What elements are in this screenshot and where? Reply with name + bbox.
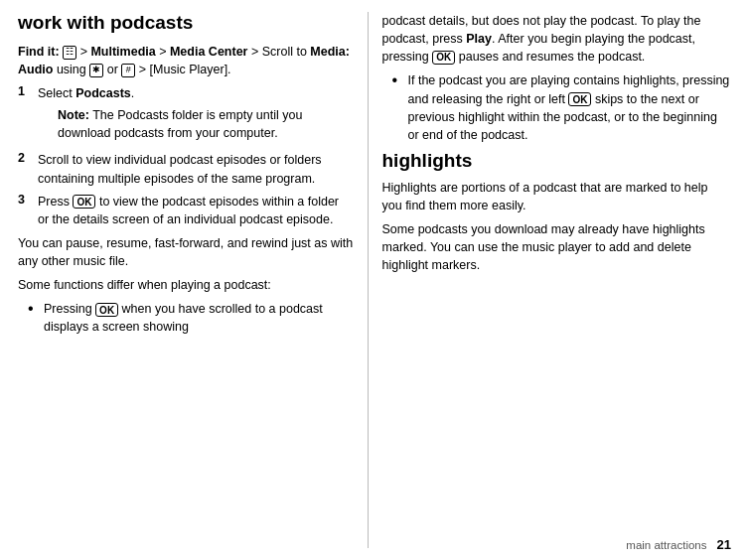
ok-button-icon-right: OK	[432, 51, 455, 65]
steps-list: 1 Select Podcasts. Note: The Podcasts fo…	[18, 84, 354, 228]
bullet-dot-1: •	[28, 300, 40, 318]
left-column: work with podcasts Find it: ☷ > Multimed…	[0, 0, 368, 560]
find-it-or: or	[107, 63, 118, 76]
highlights-para1: Highlights are portions of a podcast tha…	[382, 179, 731, 214]
para-pause: You can pause, resume, fast-forward, and…	[18, 234, 354, 270]
para-functions: Some functions differ when playing a pod…	[18, 276, 354, 294]
bullet-dot-right-1: •	[392, 71, 404, 89]
find-it-end: > [Music Player].	[139, 63, 231, 76]
ok-button-icon-bullet-right: OK	[568, 92, 591, 106]
menu-icon: ☷	[63, 46, 76, 60]
left-bullet-1: • Pressing OK when you have scrolled to …	[28, 300, 354, 336]
right-column: podcast details, but does not play the p…	[369, 0, 749, 560]
footer-label: main attractions	[626, 539, 706, 551]
step-num-3: 3	[18, 193, 34, 207]
section-title-podcasts: work with podcasts	[18, 12, 354, 35]
ok-button-icon-bullet1: OK	[95, 303, 118, 317]
step-1-content: Select Podcasts. Note: The Podcasts fold…	[38, 84, 354, 146]
right-bullet-1: • If the podcast you are playing contain…	[392, 71, 731, 144]
step-num-2: 2	[18, 151, 34, 165]
find-it-label: Find it:	[18, 45, 60, 59]
right-bullet-1-text: If the podcast you are playing contains …	[408, 71, 731, 144]
left-bullet-1-text: Pressing OK when you have scrolled to a …	[44, 300, 354, 336]
footer-num: 21	[717, 537, 731, 552]
note-label: Note:	[58, 108, 89, 122]
step-num-1: 1	[18, 84, 34, 98]
asterisk-icon: ✱	[89, 64, 103, 77]
step-2: 2 Scroll to view individual podcast epis…	[18, 151, 354, 187]
left-bullet-list: • Pressing OK when you have scrolled to …	[18, 300, 354, 336]
hash-icon: #	[121, 64, 135, 77]
right-bullet-list: • If the podcast you are playing contain…	[382, 71, 731, 144]
ok-button-icon-step3: OK	[73, 195, 95, 209]
note-block: Note: The Podcasts folder is empty until…	[58, 106, 354, 142]
footer-bar: main attractions 21	[368, 531, 749, 560]
section-title-highlights: highlights	[382, 150, 731, 173]
find-it-block: Find it: ☷ > Multimedia > Media Center >…	[18, 43, 354, 78]
highlights-para2: Some podcasts you download may already h…	[382, 220, 731, 274]
right-para1: podcast details, but does not play the p…	[382, 12, 731, 66]
step-3: 3 Press OK to view the podcast episodes …	[18, 193, 354, 228]
step-3-content: Press OK to view the podcast episodes wi…	[38, 193, 354, 228]
step-2-content: Scroll to view individual podcast episod…	[38, 151, 354, 187]
note-text: The Podcasts folder is empty until you d…	[58, 108, 302, 140]
step-1: 1 Select Podcasts. Note: The Podcasts fo…	[18, 84, 354, 146]
